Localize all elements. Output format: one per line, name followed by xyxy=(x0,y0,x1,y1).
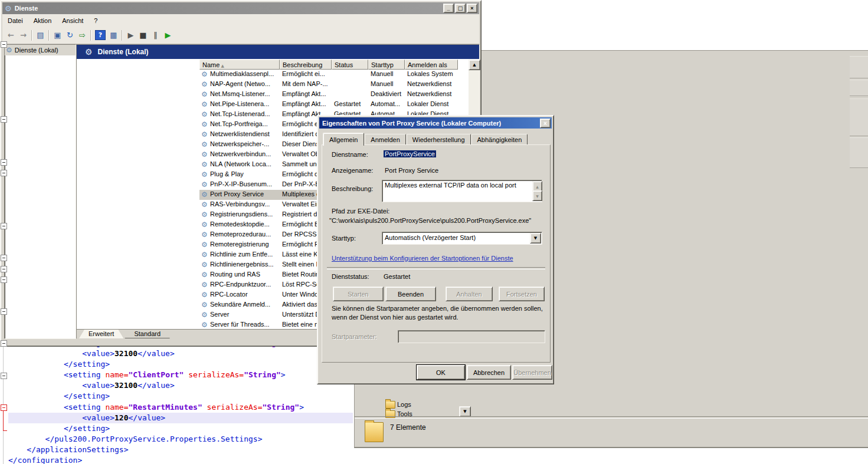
column-header-name[interactable]: Name ▲ xyxy=(199,60,280,70)
code-line[interactable]: </configuration> xyxy=(8,455,373,464)
help-icon[interactable]: ? xyxy=(95,30,106,40)
column-header-starttyp[interactable]: Starttyp xyxy=(368,60,405,70)
description-scrollbar[interactable]: ▲ ▼ xyxy=(532,181,541,201)
description-field[interactable]: Multiplexes external TCP/IP data on loca… xyxy=(382,180,542,202)
stop-button[interactable]: Beenden xyxy=(385,287,436,301)
refresh-icon[interactable]: ↻ xyxy=(64,29,76,41)
code-line[interactable]: </setting> xyxy=(8,391,373,402)
close-button[interactable]: × xyxy=(467,4,477,13)
tree-item-services-local[interactable]: ⚙ Dienste (Lokal) xyxy=(5,45,76,55)
tree-item-label: Dienste (Lokal) xyxy=(15,47,58,54)
close-icon[interactable]: × xyxy=(540,119,551,128)
startup-options-help-link[interactable]: Unterstützung beim Konfigurieren der Sta… xyxy=(332,255,513,262)
fold-toggle-icon[interactable] xyxy=(1,340,7,347)
dialog-title: Eigenschaften von Port Proxy Service (Lo… xyxy=(322,120,501,127)
start-service-icon[interactable]: ▶ xyxy=(125,29,137,41)
dialog-tab-abhngigkeiten[interactable]: Abhängigkeiten xyxy=(471,134,528,144)
service-row[interactable]: ⚙Net.Pipe-Listenera...Empfängt Akt...Ges… xyxy=(199,100,469,110)
fold-toggle-icon[interactable] xyxy=(1,41,7,48)
service-starttype: Automat... xyxy=(371,100,400,107)
fold-toggle-icon[interactable] xyxy=(1,373,7,379)
screen: <level value="INFO"/> <appender-ref ref=… xyxy=(0,0,868,464)
dropdown-arrow-icon[interactable]: ▼ xyxy=(459,406,471,417)
cancel-button[interactable]: Abbrechen xyxy=(467,365,511,380)
maximize-button[interactable]: □ xyxy=(455,4,466,13)
menu-item-aktion[interactable]: Aktion xyxy=(28,16,57,25)
display-name-value[interactable]: Port Proxy Service xyxy=(385,167,438,174)
service-status-label: Dienststatus: xyxy=(332,273,369,280)
fold-region-line xyxy=(3,430,7,431)
ok-button[interactable]: OK xyxy=(417,365,465,380)
service-row[interactable]: ⚙NAP-Agent (Netwo...Mit dem NAP-...Manue… xyxy=(199,80,469,90)
code-line[interactable]: <setting name="RestartMinutes" serialize… xyxy=(8,402,373,413)
chevron-down-icon[interactable]: ▼ xyxy=(530,233,541,243)
fold-toggle-icon[interactable] xyxy=(1,308,7,315)
console-tree-pane: ⚙ Dienste (Lokal) xyxy=(4,44,76,339)
scroll-up-icon[interactable]: ▲ xyxy=(469,60,480,70)
column-header-anmeldenals[interactable]: Anmelden als xyxy=(405,60,458,70)
stop-service-icon[interactable]: ■ xyxy=(137,29,149,41)
dialog-tab-allgemein[interactable]: Allgemein xyxy=(323,133,364,146)
service-name: PnP-X-IP-Busenum... xyxy=(210,180,272,187)
view-tab-standard[interactable]: Standard xyxy=(125,330,170,338)
services-window-titlebar[interactable]: ⚙ Dienste _ □ × xyxy=(2,2,479,14)
service-name: RAS-Verbindungsv... xyxy=(210,200,270,208)
service-gear-icon: ⚙ xyxy=(201,180,208,189)
startup-type-select[interactable]: Automatisch (Verzögerter Start) ▼ xyxy=(382,232,542,245)
menu-item-?[interactable]: ? xyxy=(89,16,103,25)
restart-service-icon[interactable]: ▶ xyxy=(162,29,174,41)
scroll-down-icon[interactable]: ▼ xyxy=(532,190,542,201)
forward-icon[interactable]: → xyxy=(17,29,30,41)
fold-toggle-icon[interactable] xyxy=(1,170,7,176)
fold-toggle-icon[interactable] xyxy=(1,255,7,261)
fold-toggle-icon[interactable] xyxy=(1,116,7,123)
tree-item-logs[interactable]: Logs xyxy=(397,401,411,408)
start-button[interactable]: Starten xyxy=(333,287,384,301)
extended-view-icon[interactable]: ▦ xyxy=(107,29,120,41)
dialog-titlebar[interactable]: Eigenschaften von Port Proxy Service (Lo… xyxy=(319,117,552,129)
fold-toggle-icon[interactable] xyxy=(1,159,7,166)
code-line[interactable]: </puls200.PortProxyService.Properties.Se… xyxy=(8,434,373,445)
menu-bar: DateiAktionAnsicht? xyxy=(2,14,479,27)
service-logon: Lokales System xyxy=(407,70,453,77)
service-name: NAP-Agent (Netwo... xyxy=(210,80,270,87)
code-line[interactable]: </applicationSettings> xyxy=(8,445,373,455)
column-header-beschreibung[interactable]: Beschreibung xyxy=(280,60,332,70)
service-gear-icon: ⚙ xyxy=(201,251,208,259)
properties-icon[interactable]: ▣ xyxy=(51,29,64,41)
toolbar-separator xyxy=(48,30,50,41)
minimize-button[interactable]: _ xyxy=(443,4,454,13)
folder-icon[interactable] xyxy=(385,401,395,409)
service-row[interactable]: ⚙Multimediaklassenpl...Ermöglicht ei...M… xyxy=(199,70,469,80)
service-gear-icon: ⚙ xyxy=(201,200,208,209)
export-list-icon[interactable]: ⇨ xyxy=(76,29,89,41)
service-gear-icon: ⚙ xyxy=(201,210,208,219)
services-table-header: Name ▲BeschreibungStatusStarttypAnmelden… xyxy=(199,60,458,70)
pause-button[interactable]: Anhalten xyxy=(446,287,493,301)
apply-button[interactable]: Übernehmen xyxy=(512,365,552,380)
items-count-label: 7 Elemente xyxy=(390,423,426,432)
back-icon[interactable]: ← xyxy=(5,29,17,41)
fold-toggle-icon[interactable] xyxy=(1,223,7,229)
fold-toggle-active-icon[interactable] xyxy=(1,404,7,411)
service-row[interactable]: ⚙Net.Msmq-Listener...Empfängt Akt...Deak… xyxy=(199,90,469,100)
service-description: Empfängt Akt... xyxy=(282,100,326,107)
code-line[interactable]: </setting> xyxy=(8,423,373,434)
service-name-value[interactable]: PortProxyService xyxy=(384,150,436,157)
resume-button[interactable]: Fortsetzen xyxy=(499,287,545,301)
description-label: Beschreibung: xyxy=(332,185,373,192)
pause-service-icon[interactable]: ‖ xyxy=(149,29,162,41)
view-tab-erweitert[interactable]: Erweitert xyxy=(79,330,123,338)
code-line-current[interactable]: <value>120</value> xyxy=(8,413,353,423)
dialog-tab-wiederherstellung[interactable]: Wiederherstellung xyxy=(407,134,471,144)
start-params-field[interactable] xyxy=(398,330,545,343)
fold-toggle-icon[interactable] xyxy=(1,266,7,272)
menu-item-datei[interactable]: Datei xyxy=(2,16,28,25)
fold-toggle-icon[interactable] xyxy=(1,277,7,283)
dialog-tab-anmelden[interactable]: Anmelden xyxy=(365,134,406,144)
service-gear-icon: ⚙ xyxy=(201,80,208,88)
show-tree-icon[interactable]: ▤ xyxy=(34,29,47,41)
menu-item-ansicht[interactable]: Ansicht xyxy=(57,16,89,25)
service-status-value: Gestartet xyxy=(384,273,410,280)
column-header-status[interactable]: Status xyxy=(332,60,368,70)
